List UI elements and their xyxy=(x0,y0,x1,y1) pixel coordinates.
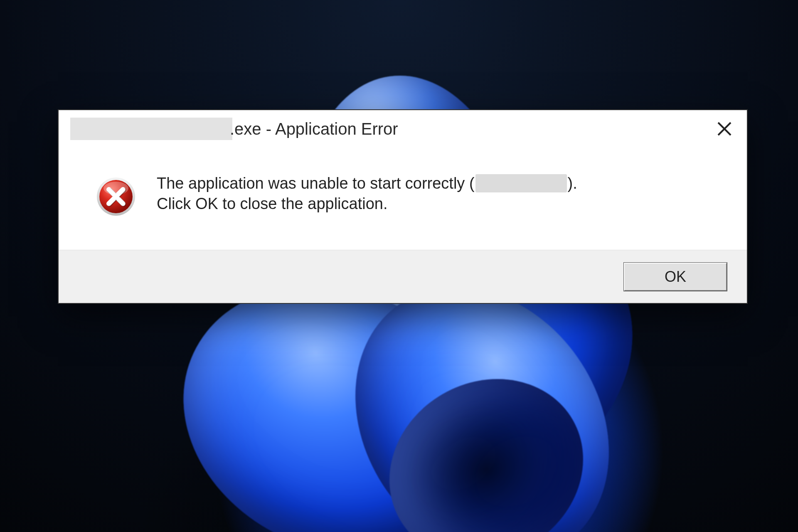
error-code-redacted xyxy=(475,174,567,192)
title-redacted-appname xyxy=(70,118,232,140)
error-message-line1: The application was unable to start corr… xyxy=(157,173,577,194)
error-message-suffix: ). xyxy=(568,173,577,194)
desktop-wallpaper: .exe - Application Error xyxy=(0,0,798,532)
error-message-prefix: The application was unable to start corr… xyxy=(157,173,475,194)
dialog-body: The application was unable to start corr… xyxy=(59,148,747,250)
error-icon xyxy=(95,176,137,217)
error-dialog: .exe - Application Error xyxy=(58,109,748,304)
titlebar[interactable]: .exe - Application Error xyxy=(59,110,747,148)
dialog-footer: OK xyxy=(59,250,747,303)
error-circle-x-icon xyxy=(95,176,137,217)
error-message-line2: Click OK to close the application. xyxy=(157,194,577,214)
dialog-title: .exe - Application Error xyxy=(230,120,398,138)
close-button[interactable] xyxy=(709,114,739,144)
ok-button[interactable]: OK xyxy=(624,263,727,291)
close-icon xyxy=(716,121,733,137)
error-message: The application was unable to start corr… xyxy=(157,173,577,214)
ok-button-label: OK xyxy=(665,268,686,286)
